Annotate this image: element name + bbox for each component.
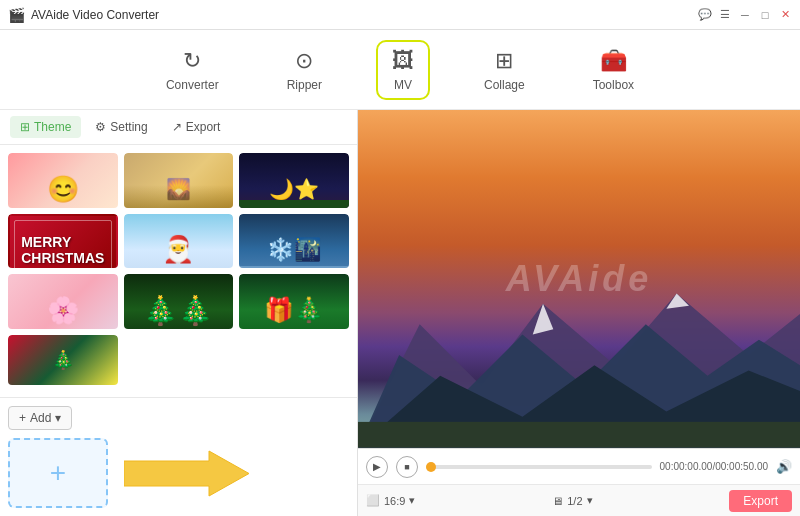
volume-button[interactable]: 🔊 <box>776 459 792 474</box>
time-total: 00:00:50.00 <box>715 461 768 472</box>
theme-stripes-waves[interactable]: 🌸 Stripes & Waves <box>8 274 118 329</box>
theme-happy[interactable]: 😊 Happy <box>8 153 118 208</box>
player-controls: ▶ ■ 00:00:00.00/00:00:50.00 🔊 <box>358 448 800 484</box>
nav-ripper[interactable]: ⊙ Ripper <box>273 42 336 98</box>
plus-icon: + <box>50 457 66 489</box>
setting-tab-label: Setting <box>110 120 147 134</box>
theme-christmas[interactable]: 🎄 Christmas <box>8 335 118 390</box>
file-area: + <box>8 438 349 508</box>
ratio-value: 16:9 <box>384 495 405 507</box>
title-bar: 🎬 AVAide Video Converter 💬 ☰ ─ □ ✕ <box>0 0 800 30</box>
tab-export[interactable]: ↗ Export <box>162 116 231 138</box>
nav-ripper-label: Ripper <box>287 78 322 92</box>
stop-button[interactable]: ■ <box>396 456 418 478</box>
player-bottom: ⬜ 16:9 ▾ 🖥 1/2 ▾ Export <box>358 484 800 516</box>
export-tab-icon: ↗ <box>172 120 182 134</box>
drop-box[interactable]: + <box>8 438 108 508</box>
ratio-icon: ⬜ <box>366 494 380 507</box>
collage-icon: ⊞ <box>495 48 513 74</box>
bottom-area: + Add ▾ + <box>0 397 357 516</box>
nav-bar: ↻ Converter ⊙ Ripper 🖼 MV ⊞ Collage 🧰 To… <box>0 30 800 110</box>
maximize-icon[interactable]: □ <box>758 8 772 22</box>
page-value: 1/2 <box>567 495 582 507</box>
theme-christmas-label: Christmas <box>8 387 118 390</box>
export-tab-label: Export <box>186 120 221 134</box>
time-current: 00:00:00.00 <box>660 461 713 472</box>
preview-background: AVAide <box>358 110 800 448</box>
chat-icon[interactable]: 💬 <box>698 8 712 22</box>
nav-mv-label: MV <box>394 78 412 92</box>
left-panel: ⊞ Theme ⚙ Setting ↗ Export 😊 Happy <box>0 110 358 516</box>
ratio-select[interactable]: ⬜ 16:9 ▾ <box>366 494 415 507</box>
theme-simple[interactable]: 🌄 Simple <box>124 153 234 208</box>
app-title: AVAide Video Converter <box>31 8 698 22</box>
nav-converter-label: Converter <box>166 78 219 92</box>
theme-christmas-eve[interactable]: 🌙⭐ Christmas Eve <box>239 153 349 208</box>
tabs: ⊞ Theme ⚙ Setting ↗ Export <box>0 110 357 145</box>
right-panel: AVAide ▶ ■ 00:00:00.00/00:00:50.00 🔊 ⬜ 1… <box>358 110 800 516</box>
tab-setting[interactable]: ⚙ Setting <box>85 116 157 138</box>
add-label: Add <box>30 411 51 425</box>
theme-merry-christmas[interactable]: MERRYCHRISTMAS Merry Christmas <box>8 214 118 269</box>
nav-toolbox[interactable]: 🧰 Toolbox <box>579 42 648 98</box>
ratio-dropdown-icon: ▾ <box>409 494 415 507</box>
page-icon: 🖥 <box>552 495 563 507</box>
svg-marker-0 <box>124 451 249 496</box>
close-icon[interactable]: ✕ <box>778 8 792 22</box>
ripper-icon: ⊙ <box>295 48 313 74</box>
theme-christmas-tree[interactable]: 🎄🎄 Christmas Tree <box>124 274 234 329</box>
theme-santa-claus[interactable]: 🎅 Santa Claus <box>124 214 234 269</box>
theme-snowy-night[interactable]: ❄️🌃 Snowy Night <box>239 214 349 269</box>
export-button[interactable]: Export <box>729 490 792 512</box>
tab-theme[interactable]: ⊞ Theme <box>10 116 81 138</box>
preview-area: AVAide <box>358 110 800 448</box>
app-icon: 🎬 <box>8 7 25 23</box>
theme-tab-label: Theme <box>34 120 71 134</box>
time-display: 00:00:00.00/00:00:50.00 <box>660 461 768 472</box>
progress-bar[interactable] <box>426 465 652 469</box>
progress-dot <box>426 462 436 472</box>
nav-mv[interactable]: 🖼 MV <box>376 40 430 100</box>
theme-grid: 😊 Happy 🌄 Simple 🌙⭐ Christmas Eve <box>0 145 357 397</box>
add-dropdown-icon: ▾ <box>55 411 61 425</box>
theme-tab-icon: ⊞ <box>20 120 30 134</box>
add-button[interactable]: + Add ▾ <box>8 406 72 430</box>
preview-watermark: AVAide <box>506 258 653 300</box>
arrow-svg <box>124 446 254 501</box>
nav-collage[interactable]: ⊞ Collage <box>470 42 539 98</box>
page-dropdown-icon: ▾ <box>587 494 593 507</box>
toolbox-icon: 🧰 <box>600 48 627 74</box>
add-icon: + <box>19 411 26 425</box>
main-layout: ⊞ Theme ⚙ Setting ↗ Export 😊 Happy <box>0 110 800 516</box>
theme-beautiful-christmas[interactable]: 🎁🎄 Beautiful Christmas <box>239 274 349 329</box>
nav-collage-label: Collage <box>484 78 525 92</box>
setting-tab-icon: ⚙ <box>95 120 106 134</box>
nav-converter[interactable]: ↻ Converter <box>152 42 233 98</box>
arrow-indicator <box>124 446 254 501</box>
page-select[interactable]: 🖥 1/2 ▾ <box>552 494 592 507</box>
menu-icon[interactable]: ☰ <box>718 8 732 22</box>
mv-icon: 🖼 <box>392 48 414 74</box>
svg-rect-6 <box>358 422 800 448</box>
converter-icon: ↻ <box>183 48 201 74</box>
play-button[interactable]: ▶ <box>366 456 388 478</box>
window-controls: 💬 ☰ ─ □ ✕ <box>698 8 792 22</box>
minimize-icon[interactable]: ─ <box>738 8 752 22</box>
nav-toolbox-label: Toolbox <box>593 78 634 92</box>
